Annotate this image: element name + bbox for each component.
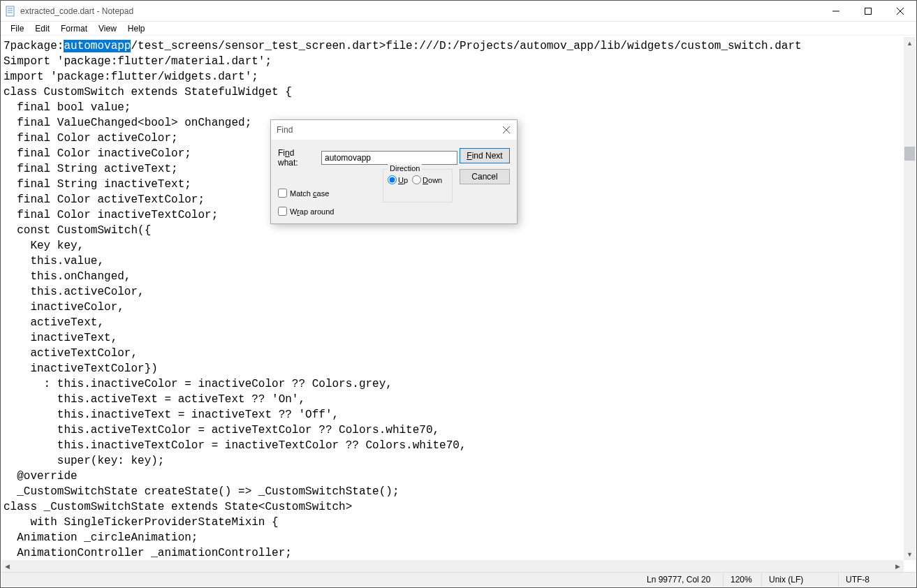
vscroll-thumb[interactable] bbox=[904, 147, 915, 161]
notepad-app-icon bbox=[5, 6, 16, 17]
status-zoom: 120% bbox=[724, 573, 762, 587]
window-title: extracted_code.dart - Notepad bbox=[20, 6, 820, 16]
scroll-up-button[interactable]: ▲ bbox=[904, 37, 916, 49]
minimize-button[interactable] bbox=[820, 1, 852, 21]
direction-label: Direction bbox=[388, 164, 422, 172]
direction-down-radio[interactable]: Down bbox=[412, 175, 442, 184]
find-what-input[interactable] bbox=[321, 151, 457, 165]
menubar: File Edit Format View Help bbox=[1, 22, 916, 36]
close-button[interactable] bbox=[884, 1, 916, 21]
window-controls bbox=[820, 1, 916, 21]
horizontal-scrollbar[interactable]: ◀ ▶ bbox=[1, 560, 904, 572]
wrap-around-checkbox[interactable]: Wrap around bbox=[278, 207, 334, 216]
find-what-label: Find what: bbox=[278, 148, 316, 168]
maximize-button[interactable] bbox=[852, 1, 884, 21]
scroll-left-button[interactable]: ◀ bbox=[1, 560, 13, 572]
menu-view[interactable]: View bbox=[93, 22, 122, 35]
cancel-button[interactable]: Cancel bbox=[460, 169, 510, 184]
text-editor[interactable]: 7package:automovapp/test_screens/sensor_… bbox=[1, 37, 904, 560]
editor-area: 7package:automovapp/test_screens/sensor_… bbox=[1, 37, 916, 572]
menu-help[interactable]: Help bbox=[122, 22, 151, 35]
status-encoding: UTF-8 bbox=[839, 573, 916, 587]
hscroll-track[interactable] bbox=[13, 560, 892, 572]
find-dialog-title: Find bbox=[271, 120, 517, 140]
statusbar: Ln 99777, Col 20 120% Unix (LF) UTF-8 bbox=[1, 572, 916, 587]
match-case-checkbox[interactable]: Match case bbox=[278, 189, 329, 198]
direction-up-radio[interactable]: Up bbox=[388, 175, 408, 184]
direction-group: Direction Up Down bbox=[383, 169, 453, 203]
menu-file[interactable]: File bbox=[5, 22, 29, 35]
find-close-button[interactable] bbox=[496, 120, 517, 140]
vscroll-track[interactable] bbox=[904, 49, 916, 548]
scroll-down-button[interactable]: ▼ bbox=[904, 548, 916, 560]
status-position: Ln 99777, Col 20 bbox=[640, 573, 724, 587]
status-eol: Unix (LF) bbox=[762, 573, 839, 587]
vertical-scrollbar[interactable]: ▲ ▼ bbox=[904, 37, 916, 560]
titlebar: extracted_code.dart - Notepad bbox=[1, 1, 916, 22]
scroll-right-button[interactable]: ▶ bbox=[892, 560, 904, 572]
svg-rect-0 bbox=[6, 6, 14, 16]
menu-edit[interactable]: Edit bbox=[29, 22, 55, 35]
find-next-button[interactable]: Find Next bbox=[460, 148, 510, 163]
find-dialog: Find Find what: Find Next Cancel Directi… bbox=[270, 119, 518, 224]
svg-rect-5 bbox=[865, 8, 872, 14]
menu-format[interactable]: Format bbox=[55, 22, 93, 35]
